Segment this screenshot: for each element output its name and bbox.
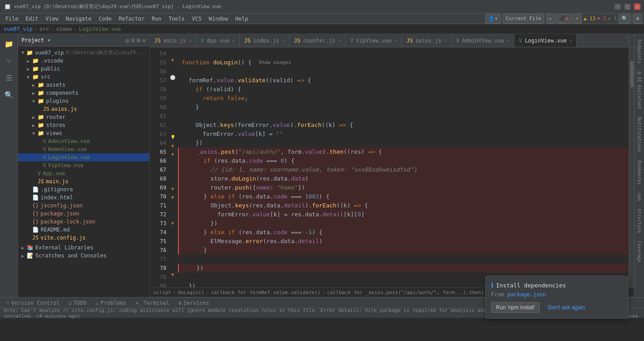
code-editor[interactable]: function doLogin () { Show usages formRe…	[178, 47, 629, 287]
menu-vcs[interactable]: VCS	[188, 13, 205, 24]
scrollbar-thumb[interactable]	[630, 61, 634, 88]
install-button[interactable]: Run 'npm install'	[491, 302, 540, 313]
tab-close-vipview[interactable]: ✕	[394, 38, 397, 43]
debug-button[interactable]: ⬛▶	[556, 14, 572, 24]
tab-mainjs[interactable]: JS main.js ✕	[150, 34, 196, 47]
tab-services[interactable]: ⚙ Services	[174, 298, 214, 308]
current-file-button[interactable]: Current File	[503, 14, 544, 24]
tree-package[interactable]: {} package.json	[18, 210, 149, 218]
tab-indexjs[interactable]: JS index.js ✕	[240, 34, 289, 47]
right-tab-structure[interactable]: Structure	[636, 205, 643, 236]
commit-sidebar-icon[interactable]: ⑂	[1, 53, 17, 69]
tree-homeview[interactable]: V HomeView.vue	[18, 145, 149, 153]
tree-router[interactable]: ▶ 📁 router	[18, 113, 149, 121]
menu-window[interactable]: Window	[205, 13, 232, 24]
tree-indexhtml[interactable]: 📄 index.html	[18, 194, 149, 202]
bc-callback1[interactable]: callback for formRef.value.validate()	[211, 290, 321, 295]
right-tab-coverage[interactable]: Coverage	[636, 237, 643, 266]
right-tab-ai[interactable]: @ AI Assistant	[636, 68, 643, 113]
dismiss-button[interactable]: Don't ask again	[543, 302, 589, 313]
search-button[interactable]: 🔍	[619, 14, 631, 24]
breadcrumb-project[interactable]: vue07_vip	[4, 26, 33, 32]
bc-callback2[interactable]: callback for _axios.post("/api/auth/", f…	[327, 290, 487, 295]
tree-external-libs[interactable]: ▶ 📚 External Libraries	[18, 244, 149, 252]
menu-code[interactable]: Code	[95, 13, 115, 24]
tree-assets[interactable]: ▶ 📁 assets	[18, 81, 149, 89]
tree-vipview[interactable]: V VipView.vue	[18, 161, 149, 169]
tree-vscode[interactable]: ▶ 📁 .vscode	[18, 57, 149, 65]
tree-jsconfig[interactable]: {} jsconfig.json	[18, 202, 149, 210]
menu-help[interactable]: Help	[232, 13, 252, 24]
tree-gitignore[interactable]: 📄 .gitignore	[18, 185, 149, 194]
tree-mainjs[interactable]: JS main.js	[18, 177, 149, 185]
show-usages[interactable]: Show usages	[258, 58, 291, 67]
tab-todo[interactable]: ☑ TODO	[64, 298, 91, 308]
tab-terminal[interactable]: >_ Terminal	[131, 298, 174, 308]
tab-adminview[interactable]: V AdminView.vue ✕	[452, 34, 514, 47]
menu-file[interactable]: File	[2, 13, 22, 24]
menu-edit[interactable]: Edit	[22, 13, 42, 24]
panel-settings-button[interactable]: ⚙	[136, 37, 140, 44]
structure-sidebar-icon[interactable]: ☰	[1, 70, 17, 86]
tab-vipview[interactable]: V VipView.vue ✕	[346, 34, 402, 47]
menu-navigate[interactable]: Navigate	[62, 13, 95, 24]
maximize-button[interactable]: □	[624, 4, 631, 10]
tab-counterjs[interactable]: JS counter.js ✕	[289, 34, 346, 47]
right-tab-notifications[interactable]: Notifications	[636, 114, 643, 156]
right-tab-endpoints[interactable]: Endpoints	[636, 36, 643, 67]
tree-readme[interactable]: 📄 README.md	[18, 226, 149, 234]
minimize-button[interactable]: ─	[614, 4, 621, 10]
breadcrumb-file[interactable]: LoginView.vue	[79, 26, 121, 32]
warning-badge[interactable]: ▲ 13	[584, 16, 596, 21]
profile-run-button[interactable]: ⚡	[573, 14, 582, 24]
breadcrumb-src[interactable]: src	[39, 26, 49, 32]
tab-close-mainjs[interactable]: ✕	[189, 38, 191, 43]
tab-close-indexjs[interactable]: ✕	[282, 38, 284, 43]
tab-close-counterjs[interactable]: ✕	[338, 38, 341, 43]
tree-root[interactable]: ▼ 📁 vue07_vip D:\Desktop\解压笔记\day29-...	[18, 48, 149, 57]
tab-close-adminview[interactable]: ✕	[507, 38, 509, 43]
panel-locate-button[interactable]: ◎	[125, 37, 129, 44]
tab-close-appvue[interactable]: ✕	[232, 38, 235, 43]
tree-appvue[interactable]: V App.vue	[18, 169, 149, 177]
tree-packagelock[interactable]: {} package-lock.json	[18, 218, 149, 226]
menu-tools[interactable]: Tools	[165, 13, 188, 24]
bc-script[interactable]: script	[153, 290, 171, 295]
tree-public[interactable]: ▶ 📁 public	[18, 65, 149, 73]
tab-close-loginview[interactable]: ✕	[569, 38, 572, 43]
tree-axios[interactable]: JS axios.js	[18, 105, 149, 113]
tree-scratches[interactable]: ▶ 📝 Scratches and Consoles	[18, 252, 149, 260]
menu-view[interactable]: View	[42, 13, 62, 24]
tree-src[interactable]: ▼ 📁 src	[18, 73, 149, 81]
close-button[interactable]: ✕	[634, 4, 640, 10]
tree-viteconfig[interactable]: JS vite.config.js	[18, 234, 149, 242]
panel-collapse-button[interactable]: ⊟	[131, 37, 135, 44]
right-tab-bookmarks[interactable]: Bookmarks	[636, 157, 643, 188]
tree-views[interactable]: ▼ 📁 views	[18, 129, 149, 137]
notif-package-link[interactable]: package.json	[507, 291, 546, 298]
tree-adminview[interactable]: V AdminView.vue	[18, 137, 149, 145]
right-tab-npm[interactable]: npm	[636, 189, 643, 204]
panel-close-button[interactable]: ✕	[142, 37, 146, 44]
tree-components[interactable]: ▶ 📁 components	[18, 89, 149, 97]
run-button[interactable]: ▶	[546, 14, 555, 24]
profile-button[interactable]: 👤▾	[485, 14, 501, 24]
breadcrumb-views[interactable]: views	[56, 26, 72, 32]
tab-overflow-button[interactable]: ⋮	[623, 36, 634, 45]
menu-run[interactable]: Run	[148, 13, 165, 24]
tab-appvue[interactable]: V App.vue ✕	[196, 34, 240, 47]
project-sidebar-icon[interactable]: 📁	[1, 36, 17, 52]
search-sidebar-icon[interactable]: 🔍	[1, 87, 17, 103]
tree-stores[interactable]: ▶ 📁 stores	[18, 121, 149, 129]
menu-refactor[interactable]: Refactor	[115, 13, 148, 24]
tree-plugins[interactable]: ▼ 📁 plugins	[18, 97, 149, 105]
tab-axiosjs[interactable]: JS axios.js ✕	[402, 34, 452, 47]
bc-dologin[interactable]: doLogin()	[178, 290, 204, 295]
editor-scrollbar[interactable]	[629, 47, 634, 287]
ok-badge[interactable]: ✔ 1	[608, 16, 617, 21]
tab-loginview[interactable]: V LoginView.vue ✕	[514, 34, 577, 47]
tree-loginview[interactable]: V LoginView.vue	[18, 153, 149, 161]
error-badge[interactable]: ✖ 5	[597, 16, 606, 21]
tab-problems[interactable]: ⚠ Problems	[91, 298, 131, 308]
tab-version-control[interactable]: ⑂ Version Control	[2, 298, 64, 308]
